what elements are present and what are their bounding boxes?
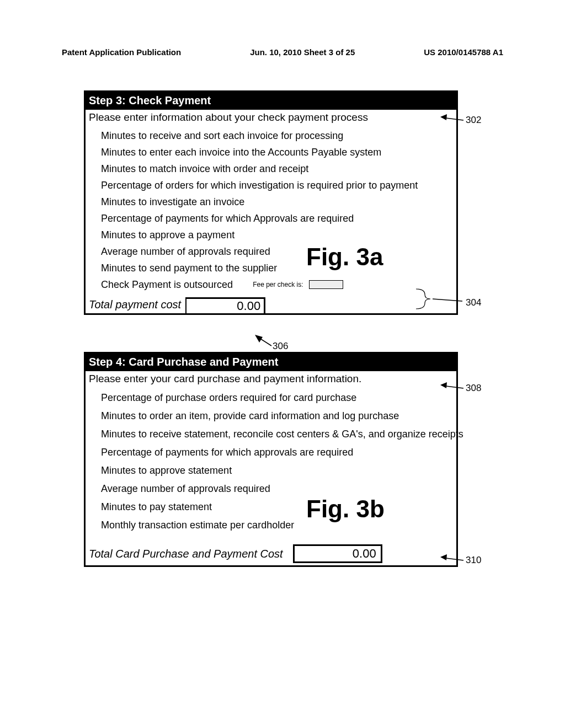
arrow-icon — [254, 335, 273, 348]
arrow-icon — [440, 553, 465, 564]
svg-line-0 — [446, 118, 463, 120]
svg-marker-8 — [440, 554, 447, 560]
panel2-total-row: Total Card Purchase and Payment Cost 0.0… — [86, 536, 456, 565]
panel2-items: Percentage of purchase orders required f… — [86, 387, 456, 534]
list-item: Percentage of purchase orders required f… — [101, 389, 453, 407]
panel1-lead: Please enter information about your chec… — [86, 110, 456, 126]
callout-310: 310 — [466, 555, 481, 566]
svg-marker-4 — [255, 335, 263, 342]
fee-per-check-input[interactable] — [309, 280, 343, 289]
list-item: Minutes to investigate an invoice — [101, 194, 453, 210]
svg-marker-6 — [440, 382, 447, 388]
panel1-total-row: Total payment cost 0.00 — [86, 297, 456, 313]
list-item: Percentage of payments for which Approva… — [101, 210, 453, 227]
panel-check-payment: Step 3: Check Payment Please enter infor… — [84, 90, 458, 315]
fee-per-check-label: Fee per check is: — [253, 276, 303, 293]
outsourced-label: Check Payment is outsourced — [101, 276, 233, 293]
header-left: Patent Application Publication — [62, 47, 181, 57]
brace-icon — [415, 288, 431, 312]
list-item: Minutes to enter each invoice into the A… — [101, 144, 453, 160]
figure-label-3a: Fig. 3a — [306, 243, 383, 271]
panel1-title: Step 3: Check Payment — [86, 92, 456, 110]
header-center: Jun. 10, 2010 Sheet 3 of 25 — [250, 47, 355, 57]
total-payment-cost-value: 0.00 — [185, 297, 265, 313]
arrow-icon — [440, 113, 465, 124]
callout-308: 308 — [466, 383, 481, 394]
list-item: Minutes to order an item, provide card i… — [101, 407, 453, 425]
list-item: Minutes to approve statement — [101, 462, 453, 480]
list-item: Minutes to receive and sort each invoice… — [101, 127, 453, 144]
arrow-icon — [440, 381, 465, 392]
list-item: Percentage of payments for which approva… — [101, 443, 453, 462]
list-item: Average number of approvals required — [101, 480, 453, 498]
list-item: Average number of approvals required — [101, 243, 453, 260]
panel1-items: Minutes to receive and sort each invoice… — [86, 126, 456, 293]
figure-label-3b: Fig. 3b — [306, 495, 385, 523]
svg-marker-1 — [440, 114, 447, 120]
list-item: Minutes to send payment to the supplier — [101, 260, 453, 276]
callout-304: 304 — [466, 297, 481, 308]
outsourced-row: Check Payment is outsourced Fee per chec… — [101, 276, 453, 293]
panel2-lead: Please enter your card purchase and paym… — [86, 371, 456, 387]
svg-line-2 — [433, 299, 462, 301]
total-card-cost-label: Total Card Purchase and Payment Cost — [89, 548, 283, 560]
header-right: US 2010/0145788 A1 — [424, 47, 503, 57]
svg-line-7 — [446, 558, 463, 560]
list-item: Monthly transaction estimate per cardhol… — [101, 516, 453, 534]
panel2-title: Step 4: Card Purchase and Payment — [86, 354, 456, 371]
svg-line-5 — [446, 386, 463, 388]
callout-302: 302 — [466, 115, 481, 126]
total-card-cost-value: 0.00 — [293, 544, 382, 563]
total-payment-cost-label: Total payment cost — [86, 297, 184, 313]
list-item: Minutes to match invoice with order and … — [101, 160, 453, 177]
page-header: Patent Application Publication Jun. 10, … — [62, 47, 503, 57]
panel-card-purchase: Step 4: Card Purchase and Payment Please… — [84, 352, 458, 567]
list-item: Minutes to receive statement, reconcile … — [101, 425, 453, 443]
callout-306: 306 — [273, 341, 288, 352]
list-item: Minutes to approve a payment — [101, 227, 453, 243]
arrow-icon — [433, 293, 465, 304]
list-item: Percentage of orders for which investiga… — [101, 177, 453, 194]
list-item: Minutes to pay statement — [101, 498, 453, 516]
